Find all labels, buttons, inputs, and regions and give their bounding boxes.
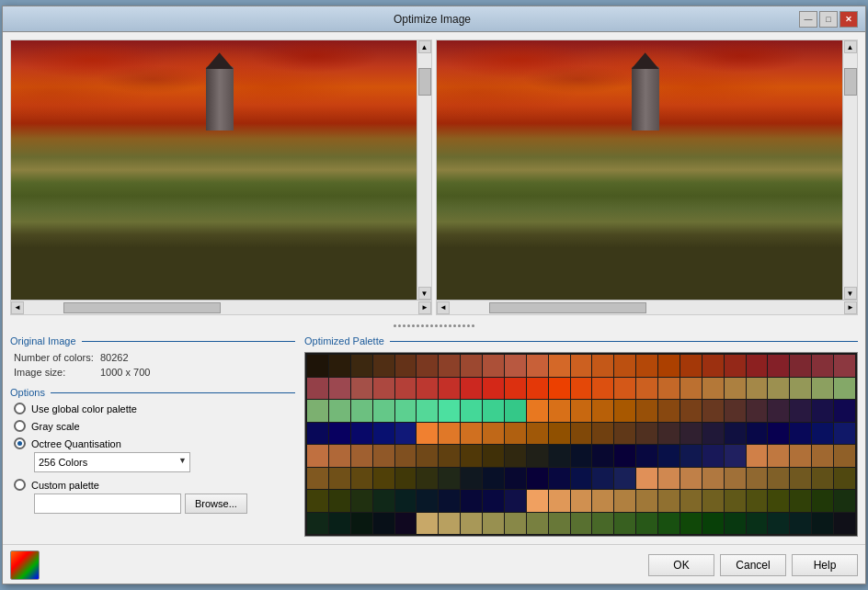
palette-cell	[461, 513, 482, 535]
palette-cell	[439, 423, 460, 445]
palette-cell	[571, 468, 592, 490]
opt-scroll-track-h[interactable]	[450, 301, 844, 314]
palette-cell	[834, 400, 855, 422]
palette-cell	[571, 355, 592, 377]
scroll-left-arrow[interactable]: ◄	[11, 301, 24, 314]
palette-cell	[417, 490, 438, 512]
help-button[interactable]: Help	[792, 554, 858, 576]
palette-cell	[329, 378, 350, 400]
radio-global-palette-row[interactable]: Use global color palette	[10, 400, 295, 417]
palette-cell	[747, 468, 768, 490]
palette-cell	[439, 468, 460, 490]
palette-cell	[483, 513, 504, 535]
scroll-up-arrow[interactable]: ▲	[418, 40, 431, 53]
tower-cap-left	[202, 52, 237, 69]
radio-octree[interactable]	[14, 437, 26, 449]
palette-cell	[812, 468, 833, 490]
scroll-right-arrow[interactable]: ►	[418, 301, 431, 314]
browse-row: Browse...	[10, 494, 295, 514]
custom-palette-input[interactable]	[34, 494, 181, 514]
close-button[interactable]: ✕	[839, 11, 858, 28]
colors-dropdown[interactable]: 2 Colors4 Colors8 Colors16 Colors32 Colo…	[34, 452, 190, 472]
bottom-row: Original Image Number of colors: 80262 I…	[10, 335, 858, 537]
radio-gray-scale-label: Gray scale	[31, 421, 80, 432]
palette-cell	[725, 423, 746, 445]
palette-cell	[680, 490, 702, 512]
palette-cell	[307, 400, 328, 422]
palette-cell	[351, 378, 372, 400]
palette-grid	[304, 352, 858, 537]
palette-cell	[373, 378, 394, 400]
radio-gray-scale-row[interactable]: Gray scale	[10, 417, 295, 435]
palette-cell	[834, 445, 855, 467]
palette-cell	[329, 468, 350, 490]
palette-cell	[658, 445, 680, 467]
optimized-scrollbar-v[interactable]: ▲ ▼	[842, 40, 857, 300]
opt-scroll-thumb-h[interactable]	[489, 302, 647, 313]
separator-dots	[10, 321, 858, 330]
opt-scroll-right-arrow[interactable]: ►	[844, 301, 857, 314]
palette-cell	[395, 378, 417, 400]
panel-scroll-area: ▲ ▼	[11, 40, 431, 300]
radio-octree-row[interactable]: Octree Quantisation	[10, 435, 295, 452]
cancel-button[interactable]: Cancel	[720, 554, 786, 576]
palette-cell	[680, 400, 702, 422]
palette-cell	[812, 490, 833, 512]
palette-cell	[373, 468, 394, 490]
original-painting	[11, 40, 417, 300]
palette-cell	[812, 445, 833, 467]
palette-cell	[592, 355, 613, 377]
palette-cell	[614, 490, 635, 512]
palette-cell	[505, 378, 526, 400]
original-image-section-title: Original Image	[10, 335, 295, 346]
scroll-thumb-h[interactable]	[63, 302, 222, 313]
radio-global-palette[interactable]	[14, 403, 26, 414]
original-scrollbar-v[interactable]: ▲ ▼	[417, 40, 431, 300]
palette-cell	[702, 378, 724, 400]
radio-custom-palette-row[interactable]: Custom palette	[10, 476, 295, 494]
app-icon	[10, 550, 40, 580]
scroll-track-h[interactable]	[24, 301, 418, 314]
palette-cell	[680, 378, 702, 400]
palette-cell	[351, 468, 372, 490]
palette-cell	[505, 468, 526, 490]
palette-cell	[768, 400, 789, 422]
palette-cell	[636, 490, 657, 512]
palette-cell	[527, 423, 548, 445]
palette-cell	[351, 400, 372, 422]
browse-button[interactable]: Browse...	[185, 494, 247, 514]
opt-scroll-left-arrow[interactable]: ◄	[437, 301, 450, 314]
palette-cell	[725, 400, 746, 422]
palette-cell	[790, 445, 811, 467]
opt-scroll-up-arrow[interactable]: ▲	[844, 40, 857, 53]
palette-cell	[439, 400, 460, 422]
dropdown-wrapper: 2 Colors4 Colors8 Colors16 Colors32 Colo…	[34, 452, 190, 472]
original-image-canvas	[11, 40, 417, 300]
palette-cell	[747, 355, 768, 377]
scroll-down-arrow[interactable]: ▼	[418, 287, 431, 300]
palette-cell	[592, 400, 613, 422]
palette-cell	[461, 355, 482, 377]
palette-cell	[329, 400, 350, 422]
options-section: Options Use global color palette Gray sc…	[10, 387, 295, 514]
original-image-panel: ▲ ▼ ◄ ►	[10, 40, 432, 315]
radio-custom-palette[interactable]	[14, 479, 26, 491]
palette-cell	[483, 400, 504, 422]
palette-cell	[571, 445, 592, 467]
optimized-scrollbar-h[interactable]: ◄ ►	[437, 300, 857, 314]
palette-cell	[329, 355, 350, 377]
palette-cell	[834, 490, 855, 512]
palette-cell	[417, 355, 438, 377]
scroll-thumb-v[interactable]	[418, 68, 431, 96]
opt-scroll-thumb-v[interactable]	[844, 68, 857, 96]
ok-button[interactable]: OK	[648, 554, 714, 576]
palette-cell	[329, 445, 350, 467]
original-scrollbar-h[interactable]: ◄ ►	[11, 300, 431, 314]
palette-cell	[614, 400, 635, 422]
opt-scroll-down-arrow[interactable]: ▼	[844, 287, 857, 300]
radio-gray-scale[interactable]	[14, 420, 26, 432]
maximize-button[interactable]: □	[819, 11, 838, 28]
palette-cell	[395, 445, 417, 467]
minimize-button[interactable]: —	[799, 11, 817, 28]
palette-cell	[725, 445, 746, 467]
